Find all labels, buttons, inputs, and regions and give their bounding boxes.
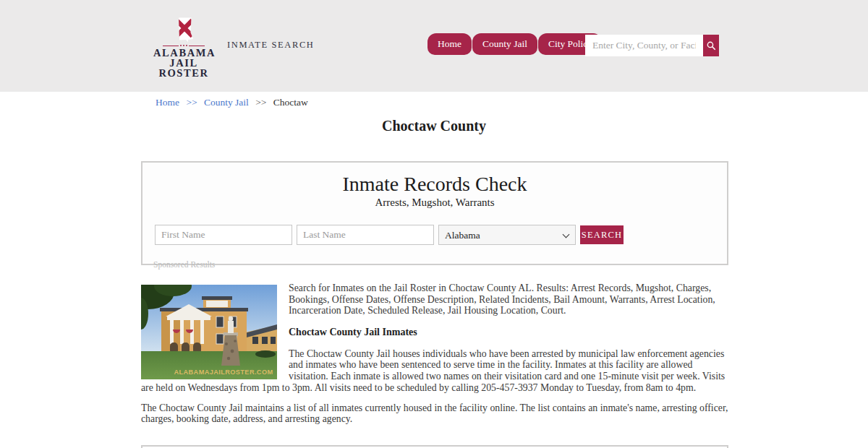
jail-photo: ALABAMAJAILROSTER.COM bbox=[141, 285, 277, 379]
state-select[interactable]: Alabama bbox=[438, 225, 576, 245]
alabama-state-icon bbox=[174, 17, 194, 43]
breadcrumb-current: Choctaw bbox=[273, 97, 308, 108]
site-header: ALABAMA JAIL ROSTER INMATE SEARCH Home C… bbox=[0, 0, 868, 92]
inmate-search-tagline: INMATE SEARCH bbox=[227, 40, 314, 51]
first-name-field[interactable] bbox=[155, 225, 292, 245]
site-logo[interactable]: ALABAMA JAIL ROSTER bbox=[153, 17, 214, 78]
breadcrumb: Home >> County Jail >> Choctaw bbox=[156, 97, 308, 108]
breadcrumb-county-jail-link[interactable]: County Jail bbox=[204, 97, 249, 108]
logo-text-line1: ALABAMA bbox=[153, 48, 214, 58]
roster-paragraph: The Choctaw County Jail maintains a list… bbox=[141, 402, 728, 426]
records-check-form: Alabama SEARCH bbox=[142, 225, 727, 245]
breadcrumb-separator: >> bbox=[255, 97, 266, 108]
sponsored-results-label: Sponsored Results bbox=[153, 260, 215, 269]
facility-search-button[interactable] bbox=[703, 35, 719, 56]
records-check-subtitle: Arrests, Mugshot, Warrants bbox=[142, 197, 727, 209]
main-nav: Home County Jail City Police bbox=[427, 33, 602, 55]
breadcrumb-separator: >> bbox=[186, 97, 197, 108]
photo-watermark: ALABAMAJAILROSTER.COM bbox=[174, 369, 273, 376]
nav-tab-county-jail[interactable]: County Jail bbox=[472, 33, 537, 55]
breadcrumb-home-link[interactable]: Home bbox=[156, 97, 179, 108]
content-area: ALABAMAJAILROSTER.COM Search for Inmates… bbox=[141, 282, 728, 425]
facility-search-input[interactable] bbox=[585, 35, 703, 56]
page: ALABAMA JAIL ROSTER INMATE SEARCH Home C… bbox=[0, 0, 868, 448]
facility-searchbar bbox=[585, 35, 719, 56]
nav-tab-home[interactable]: Home bbox=[427, 33, 472, 55]
last-name-field[interactable] bbox=[297, 225, 434, 245]
inmate-records-check-box: Inmate Records Check Arrests, Mugshot, W… bbox=[141, 161, 728, 265]
next-records-box-edge bbox=[141, 445, 728, 448]
state-select-wrap: Alabama bbox=[438, 225, 576, 245]
records-search-button[interactable]: SEARCH bbox=[580, 225, 624, 244]
page-title: Choctaw County bbox=[0, 118, 868, 134]
logo-divider bbox=[163, 45, 205, 46]
search-icon bbox=[706, 40, 716, 51]
records-check-title: Inmate Records Check bbox=[142, 173, 727, 195]
logo-text-line2: JAIL ROSTER bbox=[153, 58, 214, 78]
